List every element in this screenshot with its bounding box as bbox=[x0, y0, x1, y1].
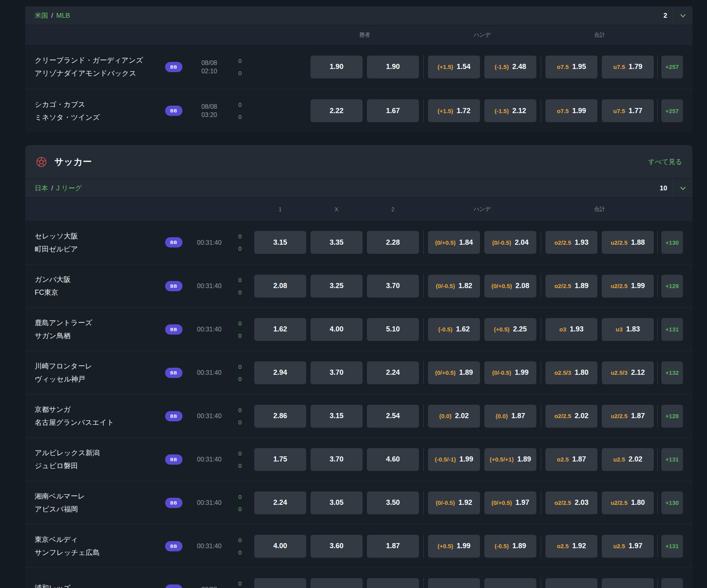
more-markets-button[interactable]: +130 bbox=[661, 231, 683, 254]
odds-home-win[interactable]: 3.15 bbox=[254, 231, 306, 254]
odds-handicap-home[interactable]: (-0.5/-1)1.99 bbox=[428, 448, 480, 471]
more-markets-button[interactable] bbox=[661, 578, 683, 588]
odds-total-under[interactable]: u2.52.02 bbox=[602, 448, 654, 471]
jleague-collapse-button[interactable] bbox=[673, 179, 692, 198]
odds-total-under[interactable]: u2/2.51.80 bbox=[602, 491, 654, 514]
odds-away-win[interactable]: 4.60 bbox=[367, 448, 419, 471]
odds-handicap-away[interactable]: (-1.5)2.12 bbox=[484, 99, 536, 122]
odds-handicap-away[interactable]: (0/+0.5)2.08 bbox=[484, 275, 536, 298]
odds-value: 1.99 bbox=[515, 368, 528, 377]
odds-handicap-home[interactable]: (0/+0.5)1.84 bbox=[428, 231, 480, 254]
odds-handicap-home[interactable] bbox=[428, 578, 480, 588]
odds-winner-home[interactable]: 2.22 bbox=[311, 99, 363, 122]
odds-away-win[interactable]: 2.54 bbox=[367, 405, 419, 428]
odds-total-over[interactable]: o2/2.51.89 bbox=[545, 275, 597, 298]
more-markets-button[interactable]: +131 bbox=[661, 448, 683, 471]
odds-total-over[interactable] bbox=[545, 578, 597, 588]
odds-handicap-away[interactable]: (0/-0.5)1.99 bbox=[484, 361, 536, 384]
odds-handicap-home[interactable]: (-0.5)1.62 bbox=[428, 318, 480, 341]
odds-away-win[interactable]: 5.10 bbox=[367, 318, 419, 341]
odds-home-win[interactable]: 2.86 bbox=[254, 405, 306, 428]
more-markets-button[interactable]: +257 bbox=[661, 99, 683, 122]
odds-home-win[interactable] bbox=[254, 578, 306, 588]
odds-total-over[interactable]: o31.93 bbox=[545, 318, 597, 341]
odds-winner-away[interactable]: 1.67 bbox=[367, 99, 419, 122]
more-markets-button[interactable]: +257 bbox=[661, 56, 683, 78]
odds-total-over[interactable]: o2/2.51.93 bbox=[545, 231, 597, 254]
divider bbox=[657, 99, 658, 122]
odds-handicap-away[interactable]: (0/+0.5)1.97 bbox=[484, 491, 536, 514]
odds-handicap-home[interactable]: (+1.5)1.72 bbox=[428, 99, 480, 122]
country-link-usa[interactable]: 米国 bbox=[35, 11, 48, 20]
odds-away-win[interactable]: 1.87 bbox=[367, 535, 419, 558]
more-markets-button[interactable]: +128 bbox=[661, 405, 683, 428]
odds-total-under[interactable]: u31.83 bbox=[602, 318, 654, 341]
divider bbox=[657, 578, 658, 588]
odds-total-over[interactable]: o7.51.95 bbox=[545, 56, 597, 78]
odds-draw[interactable]: 4.00 bbox=[311, 318, 363, 341]
more-markets-button[interactable]: +131 bbox=[661, 318, 683, 341]
odds-total-under[interactable]: u7.51.79 bbox=[602, 56, 654, 78]
odds-total-under[interactable]: u2/2.51.99 bbox=[602, 275, 654, 298]
view-all-link[interactable]: すべて見る bbox=[648, 157, 682, 166]
odds-handicap-home[interactable]: (+1.5)1.54 bbox=[428, 56, 480, 78]
odds-draw[interactable]: 3.60 bbox=[311, 535, 363, 558]
odds-away-win[interactable]: 2.24 bbox=[367, 361, 419, 384]
odds-draw[interactable]: 3.25 bbox=[311, 275, 363, 298]
odds-total-under[interactable]: u2/2.51.88 bbox=[602, 231, 654, 254]
odds-handicap-away[interactable]: (0.0)1.87 bbox=[484, 405, 536, 428]
odds-total-over[interactable]: o2.51.87 bbox=[545, 448, 597, 471]
more-markets-button[interactable]: +130 bbox=[661, 491, 683, 514]
odds-draw[interactable]: 3.70 bbox=[311, 361, 363, 384]
odds-home-win[interactable]: 4.00 bbox=[254, 535, 306, 558]
odds-away-win[interactable]: 3.50 bbox=[367, 491, 419, 514]
chevron-down-icon bbox=[679, 11, 687, 20]
odds-total-over[interactable]: o2/2.52.03 bbox=[545, 491, 597, 514]
jleague-league-bar[interactable]: 日本 / J リーグ 10 bbox=[25, 179, 692, 198]
odds-away-win[interactable]: 2.28 bbox=[367, 231, 419, 254]
odds-handicap-away[interactable]: (-0.5)1.89 bbox=[484, 535, 536, 558]
odds-total-under[interactable]: u7.51.77 bbox=[602, 99, 654, 122]
odds-handicap-away[interactable]: (+0.5/+1)1.89 bbox=[484, 448, 536, 471]
odds-home-win[interactable]: 2.24 bbox=[254, 491, 306, 514]
odds-total-over[interactable]: o7.51.99 bbox=[545, 99, 597, 122]
mlb-league-bar[interactable]: 米国 / MLB 2 bbox=[25, 6, 692, 25]
odds-handicap-away[interactable]: (+0.5)2.25 bbox=[484, 318, 536, 341]
odds-draw[interactable]: 3.15 bbox=[311, 405, 363, 428]
more-markets-button[interactable]: +131 bbox=[661, 535, 683, 558]
odds-winner-away[interactable]: 1.90 bbox=[367, 56, 419, 78]
odds-draw[interactable]: 3.70 bbox=[311, 448, 363, 471]
odds-total-over[interactable]: o2.51.92 bbox=[545, 535, 597, 558]
more-markets-button[interactable]: +129 bbox=[661, 275, 683, 298]
odds-home-win[interactable]: 2.08 bbox=[254, 275, 306, 298]
odds-total-over[interactable]: o2.5/31.80 bbox=[545, 361, 597, 384]
odds-value: 1.93 bbox=[575, 238, 588, 247]
odds-total-under[interactable]: u2.5/32.12 bbox=[602, 361, 654, 384]
odds-total-over[interactable]: o2/2.52.02 bbox=[545, 405, 597, 428]
odds-total-under[interactable]: u2/2.51.87 bbox=[602, 405, 654, 428]
odds-draw[interactable]: 3.35 bbox=[311, 231, 363, 254]
odds-winner-home[interactable]: 1.90 bbox=[311, 56, 363, 78]
odds-draw[interactable]: 3.05 bbox=[311, 491, 363, 514]
odds-handicap-away[interactable]: (-1.5)2.48 bbox=[484, 56, 536, 78]
odds-draw[interactable] bbox=[311, 578, 363, 588]
country-link-japan[interactable]: 日本 bbox=[35, 184, 48, 193]
odds-handicap-home[interactable]: (0/+0.5)1.89 bbox=[428, 361, 480, 384]
odds-home-win[interactable]: 1.62 bbox=[254, 318, 306, 341]
odds-away-win[interactable]: 3.70 bbox=[367, 275, 419, 298]
odds-total-under[interactable] bbox=[602, 578, 654, 588]
more-markets-button[interactable]: +132 bbox=[661, 361, 683, 384]
odds-handicap-away[interactable]: (0/-0.5)2.04 bbox=[484, 231, 536, 254]
odds-handicap-home[interactable]: (+0.5)1.99 bbox=[428, 535, 480, 558]
league-link-mlb[interactable]: MLB bbox=[56, 12, 70, 20]
mlb-collapse-button[interactable] bbox=[673, 6, 692, 25]
odds-away-win[interactable] bbox=[367, 578, 419, 588]
odds-handicap-home[interactable]: (0/-0.5)1.92 bbox=[428, 491, 480, 514]
odds-home-win[interactable]: 2.94 bbox=[254, 361, 306, 384]
league-link-jleague[interactable]: J リーグ bbox=[56, 184, 82, 193]
odds-handicap-away[interactable] bbox=[484, 578, 536, 588]
odds-handicap-home[interactable]: (0.0)2.02 bbox=[428, 405, 480, 428]
odds-handicap-home[interactable]: (0/-0.5)1.82 bbox=[428, 275, 480, 298]
odds-total-under[interactable]: u2.51.97 bbox=[602, 535, 654, 558]
odds-home-win[interactable]: 1.75 bbox=[254, 448, 306, 471]
